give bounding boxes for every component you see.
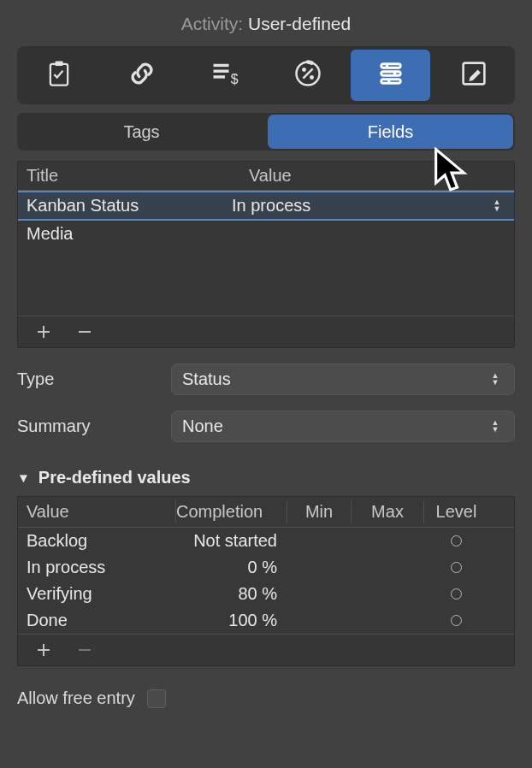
toolbar-fields[interactable] <box>351 50 430 101</box>
fields-table-header: Title Value <box>18 162 514 191</box>
fields-table-footer <box>18 316 514 347</box>
disclosure-triangle-icon: ▼ <box>17 470 30 485</box>
predef-h-min: Min <box>287 500 352 523</box>
radio-icon <box>451 562 462 573</box>
summary-label: Summary <box>17 416 171 436</box>
predef-completion: 100 % <box>176 611 287 630</box>
inspector-toolbar: $ <box>17 46 515 104</box>
summary-select[interactable]: None ▲▼ <box>171 411 515 442</box>
svg-point-13 <box>393 72 396 75</box>
fields-header-value: Value <box>249 166 505 186</box>
add-predef-button[interactable] <box>35 641 52 659</box>
svg-rect-14 <box>381 79 400 83</box>
fields-row[interactable]: Media <box>18 221 514 247</box>
svg-rect-1 <box>55 61 62 66</box>
predef-value: Verifying <box>27 584 176 604</box>
svg-rect-2 <box>213 63 228 66</box>
fields-table: Title Value Kanban Status In process ▲▼ … <box>17 161 515 348</box>
svg-rect-10 <box>381 63 400 68</box>
svg-point-15 <box>387 80 390 83</box>
radio-icon <box>451 615 462 626</box>
field-title: Media <box>27 224 232 244</box>
predef-completion: Not started <box>176 531 287 551</box>
predef-completion: 80 % <box>176 584 287 604</box>
cost-icon: $ <box>210 58 240 93</box>
add-field-button[interactable] <box>35 323 52 340</box>
predef-header: Value Completion Min Max Level <box>18 497 514 528</box>
activity-header: Activity: User-defined <box>0 0 532 43</box>
checklist-icon <box>44 58 74 93</box>
allow-free-entry-label: Allow free entry <box>17 688 135 708</box>
chevrons-icon: ▲▼ <box>487 420 504 433</box>
activity-label: Activity: <box>181 14 243 33</box>
predef-value: In process <box>27 558 176 577</box>
radio-icon <box>451 535 462 546</box>
tab-tags[interactable]: Tags <box>19 115 264 149</box>
tags-fields-segmented: Tags Fields <box>17 113 515 151</box>
percent-icon <box>293 58 323 93</box>
toolbar-edit[interactable] <box>434 50 513 101</box>
activity-value: User-defined <box>248 14 351 33</box>
svg-rect-12 <box>381 71 400 75</box>
type-value: Status <box>182 369 231 389</box>
predef-row[interactable]: Done 100 % <box>18 607 514 634</box>
predef-values-table: Value Completion Min Max Level Backlog N… <box>17 496 515 666</box>
toolbar-link[interactable] <box>102 50 181 101</box>
svg-rect-4 <box>213 75 225 78</box>
predef-level[interactable] <box>424 611 488 630</box>
svg-point-7 <box>302 68 306 72</box>
toolbar-percent[interactable] <box>268 50 347 101</box>
chevrons-icon: ▲▼ <box>487 373 504 386</box>
predef-h-completion: Completion <box>176 500 287 523</box>
summary-row: Summary None ▲▼ <box>17 411 515 442</box>
predef-section-header[interactable]: ▼ Pre-defined values <box>17 468 515 487</box>
fields-header-title: Title <box>27 166 249 186</box>
remove-field-button[interactable] <box>76 323 93 340</box>
link-icon <box>127 58 157 93</box>
predef-row[interactable]: In process 0 % <box>18 554 514 581</box>
fields-row[interactable]: Kanban Status In process ▲▼ <box>18 191 514 221</box>
remove-predef-button[interactable] <box>76 641 93 659</box>
predef-row[interactable]: Verifying 80 % <box>18 581 514 607</box>
tab-fields-label: Fields <box>368 122 413 142</box>
edit-icon <box>458 58 489 93</box>
svg-text:$: $ <box>230 72 238 86</box>
predef-title: Pre-defined values <box>38 468 191 487</box>
toolbar-cost[interactable]: $ <box>185 50 264 101</box>
predef-level[interactable] <box>424 531 488 551</box>
svg-point-11 <box>385 64 388 68</box>
predef-h-level: Level <box>424 500 488 523</box>
tab-fields[interactable]: Fields <box>268 115 513 149</box>
predef-level[interactable] <box>424 558 488 577</box>
radio-icon <box>451 588 462 600</box>
toolbar-checklist[interactable] <box>19 50 98 101</box>
predef-h-value: Value <box>27 500 176 523</box>
type-select[interactable]: Status ▲▼ <box>171 363 515 395</box>
svg-point-8 <box>310 75 314 80</box>
predef-value: Done <box>27 611 176 630</box>
fields-list-icon <box>375 58 406 93</box>
svg-rect-3 <box>213 69 228 72</box>
predef-footer <box>18 634 514 665</box>
type-row: Type Status ▲▼ <box>17 363 515 395</box>
field-value: In process <box>232 196 488 216</box>
allow-free-entry-checkbox[interactable] <box>147 689 166 708</box>
type-label: Type <box>17 369 171 389</box>
allow-free-entry-row: Allow free entry <box>17 688 515 708</box>
predef-completion: 0 % <box>176 558 287 577</box>
tab-tags-label: Tags <box>123 122 159 142</box>
predef-level[interactable] <box>424 584 488 604</box>
predef-value: Backlog <box>27 531 176 551</box>
predef-h-max: Max <box>352 500 424 523</box>
summary-value: None <box>182 416 223 436</box>
field-title: Kanban Status <box>27 196 232 216</box>
predef-row[interactable]: Backlog Not started <box>18 528 514 554</box>
stepper-icon[interactable]: ▲▼ <box>488 199 505 212</box>
